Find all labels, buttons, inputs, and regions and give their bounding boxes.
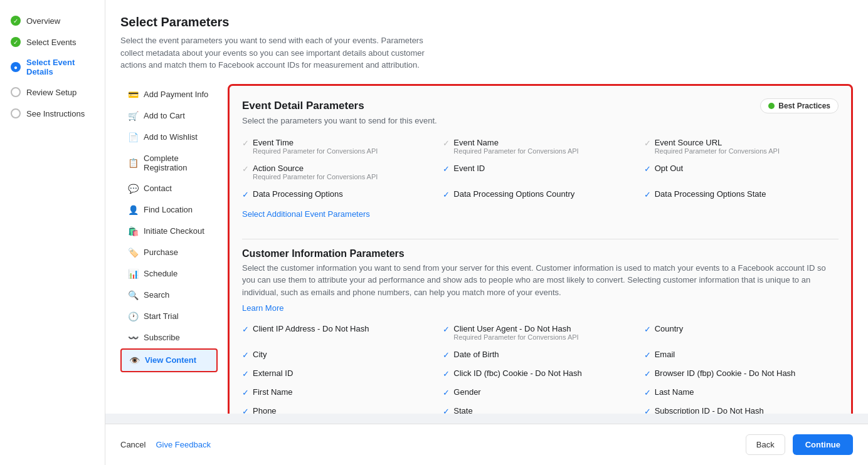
email-check: ✓: [644, 350, 651, 360]
event-list: 💳 Add Payment Info 🛒 Add to Cart 📄 Add t…: [120, 84, 218, 414]
event-detail-panel: Event Detail Parameters Best Practices S…: [228, 84, 853, 414]
event-list-item-label: Contact: [144, 184, 172, 193]
continue-button[interactable]: Continue: [793, 434, 853, 455]
opt-out-check: ✓: [644, 164, 651, 174]
param-email[interactable]: ✓ Email: [644, 347, 839, 362]
param-opt-out[interactable]: ✓ Opt Out: [644, 161, 839, 183]
view-content-icon: 👁️: [129, 355, 140, 365]
event-list-item-view-content[interactable]: 👁️ View Content: [120, 348, 218, 372]
sidebar-item-select-event-details[interactable]: ● Select Event Details: [0, 53, 105, 81]
footer-right: Back Continue: [746, 434, 853, 455]
wishlist-icon: 📄: [128, 132, 139, 142]
event-list-item-subscribe[interactable]: 〰️ Subscribe: [120, 327, 218, 348]
checkout-icon: 🛍️: [128, 226, 139, 236]
event-list-item-schedule[interactable]: 📊 Schedule: [120, 263, 218, 285]
action-source-label: Action Source: [253, 164, 378, 173]
data-processing-country-check: ✓: [443, 190, 450, 199]
section-divider: [242, 239, 839, 239]
sidebar-item-label: See Instructions: [26, 109, 85, 118]
param-event-time[interactable]: ✓ Event Time Required Parameter for Conv…: [242, 135, 437, 157]
event-list-item-label: Search: [144, 290, 169, 300]
overview-status-icon: ✓: [10, 15, 21, 26]
email-label: Email: [655, 350, 675, 359]
param-click-id-fbc[interactable]: ✓ Click ID (fbc) Cookie - Do Not Hash: [443, 366, 637, 381]
param-external-id[interactable]: ✓ External ID: [242, 366, 437, 381]
customer-info-desc: Select the customer information you want…: [242, 262, 839, 299]
param-gender[interactable]: ✓ Gender: [443, 385, 637, 400]
last-name-label: Last Name: [655, 387, 694, 397]
event-time-label: Event Time: [253, 138, 378, 147]
date-of-birth-check: ✓: [443, 350, 450, 360]
param-data-processing-options[interactable]: ✓ Data Processing Options: [242, 187, 437, 202]
sidebar-item-label: Overview: [26, 16, 60, 26]
event-list-item-add-payment-info[interactable]: 💳 Add Payment Info: [120, 84, 218, 105]
event-list-item-complete-registration[interactable]: 📋 Complete Registration: [120, 148, 218, 178]
phone-label: Phone: [253, 406, 277, 414]
event-time-sublabel: Required Parameter for Conversions API: [253, 147, 378, 155]
client-ip-label: Client IP Address - Do Not Hash: [253, 324, 369, 333]
data-processing-country-label: Data Processing Options Country: [453, 189, 574, 199]
event-list-item-contact[interactable]: 💬 Contact: [120, 178, 218, 199]
param-action-source[interactable]: ✓ Action Source Required Parameter for C…: [242, 161, 437, 183]
event-list-item-search[interactable]: 🔍 Search: [120, 285, 218, 306]
client-user-agent-sublabel: Required Parameter for Conversions API: [453, 333, 578, 341]
event-list-item-label: Complete Registration: [144, 154, 210, 172]
param-date-of-birth[interactable]: ✓ Date of Birth: [443, 347, 637, 362]
event-list-item-add-to-wishlist[interactable]: 📄 Add to Wishlist: [120, 127, 218, 148]
phone-check: ✓: [242, 407, 249, 414]
param-data-processing-state[interactable]: ✓ Data Processing Options State: [644, 187, 839, 202]
give-feedback-button[interactable]: Give Feedback: [156, 435, 210, 454]
param-country[interactable]: ✓ Country: [644, 321, 839, 343]
gender-label: Gender: [453, 387, 480, 397]
sidebar-item-see-instructions[interactable]: See Instructions: [0, 103, 105, 124]
location-icon: 👤: [128, 205, 139, 215]
sidebar-item-select-events[interactable]: ✓ Select Events: [0, 31, 105, 53]
event-list-item-add-to-cart[interactable]: 🛒 Add to Cart: [120, 105, 218, 127]
param-event-source-url[interactable]: ✓ Event Source URL Required Parameter fo…: [644, 135, 839, 157]
event-name-sublabel: Required Parameter for Conversions API: [453, 147, 578, 155]
param-phone[interactable]: ✓ Phone: [242, 404, 437, 414]
event-name-label: Event Name: [453, 138, 578, 147]
event-list-item-start-trial[interactable]: 🕐 Start Trial: [120, 306, 218, 327]
param-first-name[interactable]: ✓ First Name: [242, 385, 437, 400]
best-practices-label: Best Practices: [778, 102, 830, 110]
cancel-button[interactable]: Cancel: [120, 435, 146, 454]
learn-more-link[interactable]: Learn More: [242, 303, 283, 313]
event-list-item-purchase[interactable]: 🏷️ Purchase: [120, 242, 218, 263]
payment-icon: 💳: [128, 90, 139, 100]
state-label: State: [453, 406, 472, 414]
select-events-status-icon: ✓: [10, 36, 21, 48]
sidebar-item-overview[interactable]: ✓ Overview: [0, 10, 105, 31]
data-processing-state-check: ✓: [644, 190, 651, 199]
date-of-birth-label: Date of Birth: [453, 350, 499, 359]
sidebar-item-review-setup[interactable]: Review Setup: [0, 81, 105, 103]
param-event-id[interactable]: ✓ Event ID: [443, 161, 637, 183]
sidebar: ✓ Overview ✓ Select Events ● Select Even…: [0, 0, 105, 465]
param-state[interactable]: ✓ State: [443, 404, 637, 414]
param-client-user-agent[interactable]: ✓ Client User Agent - Do Not Hash Requir…: [443, 321, 637, 343]
event-source-url-check: ✓: [644, 138, 651, 148]
search-icon: 🔍: [128, 290, 139, 300]
event-list-item-initiate-checkout[interactable]: 🛍️ Initiate Checkout: [120, 221, 218, 242]
param-event-name[interactable]: ✓ Event Name Required Parameter for Conv…: [443, 135, 637, 157]
see-instructions-status-icon: [10, 108, 21, 119]
sidebar-item-label: Review Setup: [26, 88, 77, 97]
event-list-item-label: Purchase: [144, 248, 178, 257]
start-trial-icon: 🕐: [128, 311, 139, 321]
param-client-ip[interactable]: ✓ Client IP Address - Do Not Hash: [242, 321, 437, 343]
data-processing-options-label: Data Processing Options: [253, 189, 343, 199]
footer: Cancel Give Feedback Back Continue: [105, 424, 868, 465]
back-button[interactable]: Back: [746, 434, 785, 455]
param-data-processing-country[interactable]: ✓ Data Processing Options Country: [443, 187, 637, 202]
param-last-name[interactable]: ✓ Last Name: [644, 385, 839, 400]
event-list-item-find-location[interactable]: 👤 Find Location: [120, 199, 218, 221]
param-city[interactable]: ✓ City: [242, 347, 437, 362]
footer-left: Cancel Give Feedback: [120, 435, 211, 454]
select-additional-link[interactable]: Select Additional Event Parameters: [242, 209, 370, 219]
contact-icon: 💬: [128, 184, 139, 194]
param-browser-id-fbp[interactable]: ✓ Browser ID (fbp) Cookie - Do Not Hash: [644, 366, 839, 381]
select-event-details-status-icon: ●: [10, 61, 21, 73]
param-subscription-id[interactable]: ✓ Subscription ID - Do Not Hash: [644, 404, 839, 414]
event-list-item-label: Add Payment Info: [144, 90, 208, 99]
registration-icon: 📋: [128, 158, 139, 168]
